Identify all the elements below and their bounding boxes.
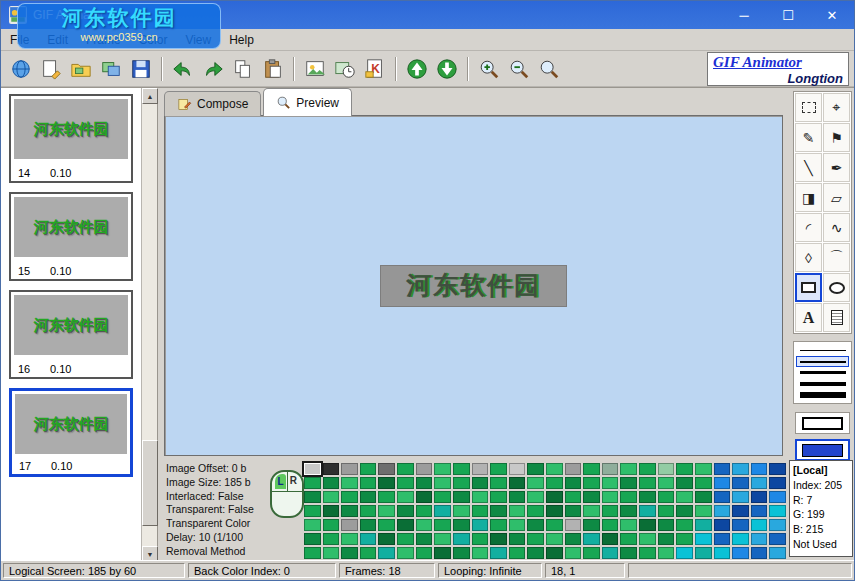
palette-color[interactable] (453, 491, 470, 503)
palette-color[interactable] (472, 505, 489, 517)
palette-color[interactable] (732, 505, 749, 517)
palette-color[interactable] (509, 491, 526, 503)
palette-color[interactable] (676, 547, 693, 559)
palette-color[interactable] (676, 477, 693, 489)
rounded-rectangle-tool[interactable]: ◜ (795, 213, 822, 242)
line-tool[interactable]: ╲ (795, 153, 822, 182)
palette-color[interactable] (658, 519, 675, 531)
palette-color[interactable] (490, 505, 507, 517)
palette-color[interactable] (695, 463, 712, 475)
palette-color[interactable] (676, 491, 693, 503)
palette-color[interactable] (304, 547, 321, 559)
palette-color[interactable] (341, 491, 358, 503)
palette-color[interactable] (434, 491, 451, 503)
palette-color[interactable] (732, 519, 749, 531)
maximize-button[interactable]: ☐ (766, 1, 810, 29)
page-tool[interactable] (823, 303, 850, 332)
palette-color[interactable] (527, 533, 544, 545)
palette-color[interactable] (583, 477, 600, 489)
palette-color[interactable] (472, 547, 489, 559)
palette-color[interactable] (620, 547, 637, 559)
palette-color[interactable] (527, 477, 544, 489)
palette-color[interactable] (416, 547, 433, 559)
palette-color[interactable] (658, 505, 675, 517)
palette-color[interactable] (472, 477, 489, 489)
frame-item-15[interactable]: 河东软件园150.10 (9, 192, 133, 281)
open-button[interactable] (66, 54, 96, 84)
palette-color[interactable] (453, 519, 470, 531)
palette-color[interactable] (714, 519, 731, 531)
arc-tool[interactable]: ⌒ (823, 243, 850, 272)
palette-color[interactable] (490, 477, 507, 489)
palette-color[interactable] (397, 491, 414, 503)
palette-color[interactable] (546, 463, 563, 475)
palette-color[interactable] (639, 477, 656, 489)
copy-button[interactable] (228, 54, 258, 84)
palette-color[interactable] (378, 463, 395, 475)
palette-color[interactable] (472, 533, 489, 545)
palette-color[interactable] (695, 491, 712, 503)
palette-color[interactable] (323, 505, 340, 517)
palette-color[interactable] (565, 491, 582, 503)
palette-color[interactable] (323, 477, 340, 489)
palette-color[interactable] (751, 547, 768, 559)
palette-color[interactable] (565, 477, 582, 489)
palette-color[interactable] (341, 463, 358, 475)
palette-color[interactable] (509, 533, 526, 545)
palette-color[interactable] (658, 547, 675, 559)
palette-color[interactable] (639, 533, 656, 545)
palette-color[interactable] (304, 463, 321, 475)
palette-color[interactable] (639, 491, 656, 503)
palette-color[interactable] (323, 547, 340, 559)
palette-color[interactable] (527, 505, 544, 517)
palette-color[interactable] (304, 505, 321, 517)
line-width-option[interactable] (796, 367, 849, 378)
palette-color[interactable] (360, 463, 377, 475)
line-width-option[interactable] (796, 389, 849, 400)
palette-color[interactable] (360, 533, 377, 545)
palette-color[interactable] (769, 463, 786, 475)
palette-color[interactable] (769, 519, 786, 531)
palette-color[interactable] (472, 463, 489, 475)
palette-color[interactable] (490, 533, 507, 545)
palette-color[interactable] (658, 477, 675, 489)
palette-color[interactable] (527, 463, 544, 475)
palette-color[interactable] (658, 491, 675, 503)
palette-color[interactable] (695, 505, 712, 517)
palette-color[interactable] (397, 463, 414, 475)
palette-color[interactable] (378, 519, 395, 531)
palette-color[interactable] (341, 519, 358, 531)
curve-tool[interactable]: ∿ (823, 213, 850, 242)
palette-color[interactable] (751, 505, 768, 517)
palette-color[interactable] (434, 519, 451, 531)
save-button[interactable] (126, 54, 156, 84)
palette-color[interactable] (565, 463, 582, 475)
palette-color[interactable] (378, 547, 395, 559)
palette-color[interactable] (323, 463, 340, 475)
palette-color[interactable] (620, 533, 637, 545)
palette-color[interactable] (769, 491, 786, 503)
palette-color[interactable] (397, 533, 414, 545)
polygon-tool[interactable]: ◊ (795, 243, 822, 272)
palette-color[interactable] (639, 547, 656, 559)
palette-color[interactable] (323, 519, 340, 531)
animation-properties-button[interactable] (330, 54, 360, 84)
add-image-button[interactable] (96, 54, 126, 84)
palette-color[interactable] (583, 519, 600, 531)
filled-mode[interactable] (795, 439, 850, 461)
palette-color[interactable] (769, 477, 786, 489)
palette-color[interactable] (360, 491, 377, 503)
palette-color[interactable] (602, 491, 619, 503)
line-width-option[interactable] (796, 356, 849, 367)
palette-color[interactable] (751, 477, 768, 489)
palette-color[interactable] (620, 463, 637, 475)
palette-color[interactable] (453, 477, 470, 489)
palette-color[interactable] (751, 463, 768, 475)
palette-color[interactable] (769, 505, 786, 517)
palette-color[interactable] (714, 477, 731, 489)
ellipse-tool[interactable] (823, 273, 850, 302)
palette-color[interactable] (304, 477, 321, 489)
palette-color[interactable] (676, 505, 693, 517)
palette-color[interactable] (546, 547, 563, 559)
palette-color[interactable] (546, 533, 563, 545)
